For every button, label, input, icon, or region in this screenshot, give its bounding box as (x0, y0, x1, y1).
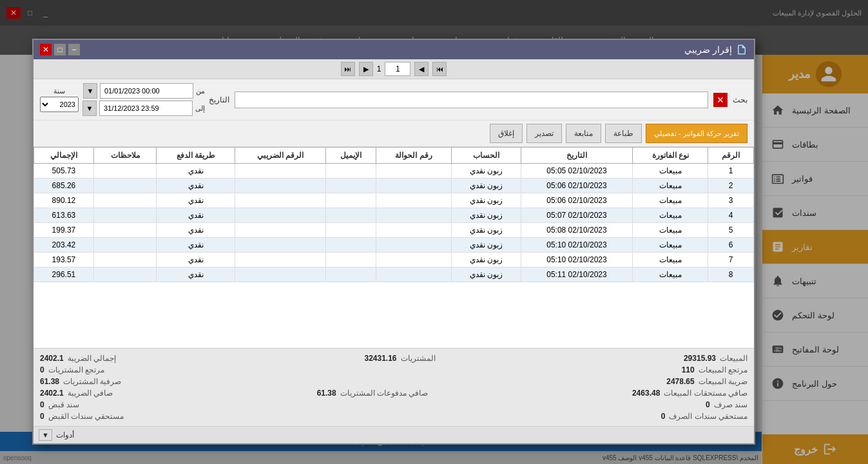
net-purchases-value: 61.38 (317, 389, 336, 398)
table-row[interactable]: 8مبيعات02/10/2023 05:11زبون نقدينقدي296.… (34, 267, 754, 282)
action-bar: تقرير حركة الفواتير - تفصيلي طباعة متابع… (34, 121, 754, 147)
purchases-return-value: 0 (40, 365, 44, 374)
modal-maximize-btn[interactable]: □ (54, 44, 66, 55)
date-from-input[interactable] (100, 83, 193, 99)
date-to-input[interactable] (99, 101, 193, 116)
net-tax-label: صافي الضريبة (68, 389, 113, 398)
table-row[interactable]: 1مبيعات02/10/2023 05:05زبون نقدينقدي505.… (34, 164, 754, 179)
purchases-return-label: مرتجع المشتريات (48, 365, 104, 374)
table-container[interactable]: الرقم نوع الفاتورة التاريخ الحساب رقم ال… (34, 147, 754, 348)
col-total: الإجمالي (34, 148, 94, 164)
col-num: الرقم (708, 148, 754, 164)
receipt-bond-net-label: مستحقي سندات القبض (48, 412, 124, 421)
net-purchases-label: صافي مدفوعات المشتريات (340, 389, 429, 398)
sales-return-item: مرتجع المبيعات 110 (682, 365, 747, 374)
sales-item: المبيعات 29315.93 (684, 354, 747, 363)
date-to-row: إلى ▼ (82, 101, 205, 116)
tools-bar: أدوات ▼ (34, 426, 754, 443)
net-sales-value: 2463.48 (632, 389, 660, 398)
col-taxnum: الرقم الضريبي (235, 148, 326, 164)
filter-bar: بحث ✕ التاريخ من ▼ إلى ▼ (34, 79, 754, 121)
table-row[interactable]: 7مبيعات02/10/2023 05:10زبون نقدينقدي193.… (34, 253, 754, 267)
date-to-picker-btn[interactable]: ▼ (82, 101, 97, 116)
summary-row-3: ضريبة المبيعات 2478.65 صرفية المشتريات 6… (40, 376, 747, 387)
cash-bond-label: سند صرف (714, 400, 747, 409)
page-next-btn[interactable]: ▶ (359, 62, 373, 76)
print-btn[interactable]: طباعة (605, 124, 642, 143)
to-label: إلى (195, 104, 205, 113)
export-btn[interactable]: تصدير (526, 124, 562, 143)
date-from-row: من ▼ (82, 83, 205, 99)
cash-bond-net-label: مستحقي سندات الصرف (669, 412, 747, 421)
summary-row-6: مستحقي سندات الصرف 0 مستحقي سندات القبض … (40, 411, 747, 422)
year-label: سنة (53, 87, 65, 95)
receipt-bond-net-value: 0 (40, 412, 44, 421)
col-date: التاريخ (521, 148, 633, 164)
page-prev-btn[interactable]: ◀ (414, 62, 429, 76)
purchases-tax-label: صرفية المشتريات (63, 377, 121, 386)
col-notes: ملاحظات (93, 148, 157, 164)
sales-label: المبيعات (720, 354, 747, 363)
filter-label: بحث (733, 95, 747, 104)
tax-total-value: 2402.1 (40, 354, 64, 363)
filter-clear-btn[interactable]: ✕ (713, 93, 728, 107)
purchases-value: 32431.16 (364, 354, 396, 363)
modal-controls: − □ ✕ (40, 44, 80, 55)
sales-tax-item: ضريبة المبيعات 2478.65 (666, 377, 747, 386)
app-container: الحلول القصوى لإدارة المبيعات _ □ ✕ الصف… (0, 0, 868, 464)
table-row[interactable]: 6مبيعات02/10/2023 05:10زبون نقدينقدي203.… (34, 238, 754, 253)
purchases-tax-value: 61.38 (40, 377, 59, 386)
main-report-btn[interactable]: تقرير حركة الفواتير - تفصيلي (646, 124, 747, 143)
table-header-row: الرقم نوع الفاتورة التاريخ الحساب رقم ال… (34, 148, 754, 164)
year-select[interactable]: 2023 (40, 97, 79, 112)
cash-bond-value: 0 (706, 400, 710, 409)
col-account: الحساب (452, 148, 521, 164)
table-row[interactable]: 2مبيعات02/10/2023 05:06زبون نقدينقدي685.… (34, 179, 754, 193)
tools-dropdown-btn[interactable]: ▼ (39, 429, 52, 441)
receipt-bond-net-item: مستحقي سندات القبض 0 (40, 412, 124, 421)
net-tax-item: صافي الضريبة 2402.1 (40, 389, 113, 398)
table-row[interactable]: 4مبيعات02/10/2023 05:07زبون نقدينقدي613.… (34, 208, 754, 223)
sales-tax-value: 2478.65 (666, 377, 694, 386)
tools-label: أدوات (56, 430, 74, 440)
page-last-btn[interactable]: ⏭ (341, 62, 355, 76)
tax-report-modal: إقرار ضريبي − □ ✕ ⏮ ◀ 1 ▶ ⏭ بحث ✕ التاري… (32, 39, 755, 445)
cash-bond-net-item: مستحقي سندات الصرف 0 (661, 412, 747, 421)
sales-return-value: 110 (682, 365, 695, 374)
invoices-table: الرقم نوع الفاتورة التاريخ الحساب رقم ال… (34, 147, 754, 282)
table-row[interactable]: 3مبيعات02/10/2023 05:06زبون نقدينقدي890.… (34, 193, 754, 208)
page-first-btn[interactable]: ⏮ (432, 62, 447, 76)
sales-tax-label: ضريبة المبيعات (699, 377, 747, 386)
receipt-bond-item: سند قبض 0 (40, 400, 79, 409)
net-sales-label: صافي مستحقات المبيعات (664, 389, 747, 398)
page-number-input[interactable] (385, 62, 410, 76)
date-from-picker-btn[interactable]: ▼ (83, 83, 97, 99)
summary-row-4: صافي مستحقات المبيعات 2463.48 صافي مدفوع… (40, 387, 747, 399)
close-modal-btn[interactable]: إغلاق (490, 124, 523, 143)
col-transfer: رقم الحوالة (376, 148, 452, 164)
summary-row-2: مرتجع المبيعات 110 مرتجع المشتريات 0 (40, 364, 747, 376)
summary-row-5: سند صرف 0 سند قبض 0 (40, 399, 747, 411)
receipt-bond-label: سند قبض (48, 400, 79, 409)
col-type: نوع الفاتورة (633, 148, 708, 164)
pagination-bar: ⏮ ◀ 1 ▶ ⏭ (34, 59, 754, 79)
purchases-item: المشتريات 32431.16 (364, 354, 435, 363)
net-tax-value: 2402.1 (40, 389, 64, 398)
modal-close-btn[interactable]: ✕ (40, 44, 52, 55)
followup-btn[interactable]: متابعة (566, 124, 601, 143)
from-label: من (196, 87, 205, 95)
table-row[interactable]: 5مبيعات02/10/2023 05:08زبون نقدينقدي199.… (34, 223, 754, 238)
tax-total-label: إجمالي الضريبة (68, 354, 116, 363)
page-of-label: 1 (377, 64, 381, 73)
modal-title-bar: إقرار ضريبي − □ ✕ (34, 40, 754, 59)
col-email: الإيميل (325, 148, 376, 164)
cash-bond-net-value: 0 (661, 412, 666, 421)
receipt-bond-value: 0 (40, 400, 44, 409)
modal-title: إقرار ضريبي (684, 44, 747, 55)
modal-minimize-btn[interactable]: − (68, 44, 80, 55)
filter-input[interactable] (235, 92, 708, 108)
net-purchases-item: صافي مدفوعات المشتريات 61.38 (317, 389, 429, 398)
tax-total-item: إجمالي الضريبة 2402.1 (40, 354, 116, 363)
date-filter-label: التاريخ (209, 95, 229, 104)
col-payment: طريقة الدفع (157, 148, 235, 164)
